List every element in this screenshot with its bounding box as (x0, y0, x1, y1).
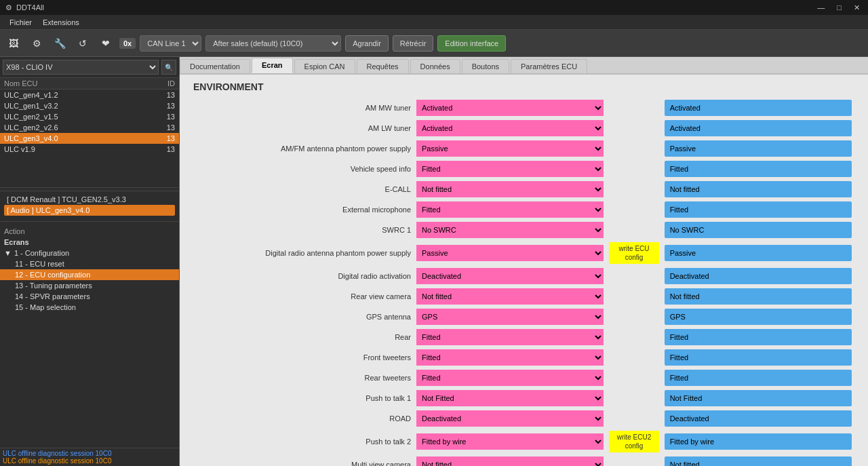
ecu-row[interactable]: ULC_gen4_v1.213 (0, 90, 179, 100)
tree-item[interactable]: 14 - SPVR parameters (0, 291, 179, 302)
pink-cell-container: Fitted (414, 347, 606, 368)
blue-cell-container: Not Fitted (662, 388, 854, 408)
tab-requêtes[interactable]: Requêtes (357, 59, 409, 73)
pink-dropdown[interactable]: Fitted (416, 329, 604, 345)
ecu-search-btn[interactable]: 🔍 (161, 60, 176, 75)
ecu-row[interactable]: ULC_gen2_v2.613 (0, 122, 179, 133)
blue-cell-container: Activated (662, 98, 854, 118)
row-label: Multi view camera (193, 454, 414, 466)
pink-dropdown[interactable]: Deactivated (416, 268, 604, 284)
close-btn[interactable]: ✕ (851, 3, 863, 12)
ecu-id: 13 (155, 102, 175, 110)
row-label: SWRC 1 (193, 220, 414, 240)
pink-dropdown[interactable]: Not fitted (416, 457, 604, 466)
ecu-row[interactable]: ULC v1.913 (0, 144, 179, 155)
write-ecu-btn[interactable]: write ECU2 config (609, 431, 658, 452)
pink-dropdown[interactable]: Deactivated (416, 410, 604, 427)
action-label: Action (0, 225, 179, 237)
blue-value: Not Fitted (665, 390, 852, 406)
table-row: Push to talk 1Not FittedNot Fitted (193, 388, 854, 408)
tree-item[interactable]: 11 - ECU reset (0, 258, 179, 269)
ecu-row[interactable]: ULC_gen1_v3.213 (0, 100, 179, 111)
yellow-cell-container (606, 327, 661, 347)
toolbar-icon-gear2[interactable]: 🔧 (50, 34, 69, 53)
pink-dropdown[interactable]: Fitted by wire (416, 433, 604, 450)
yellow-cell-container (606, 368, 661, 388)
yellow-cell-container (606, 408, 661, 429)
pink-dropdown[interactable]: Not fitted (416, 181, 604, 197)
retrecir-btn[interactable]: Rétrécir (393, 35, 434, 52)
after-sales-select[interactable]: After sales (default) (10C0) (205, 35, 341, 52)
write-ecu-btn[interactable]: write ECU config (609, 242, 658, 264)
session-item[interactable]: [ DCM Renault ] TCU_GEN2.5_v3.3 (4, 194, 175, 205)
yellow-cell-container (606, 454, 661, 466)
can-line-select[interactable]: CAN Line 1 (140, 35, 201, 52)
table-row: AM LW tunerActivatedActivated (193, 118, 854, 138)
ecu-row[interactable]: ULC_gen3_v4.013 (0, 133, 179, 144)
toolbar-icon-heart[interactable]: ❤ (96, 34, 115, 53)
row-label: AM LW tuner (193, 118, 414, 138)
yellow-cell-container[interactable]: write ECU config (606, 240, 661, 266)
blue-value: Fitted by wire (665, 433, 852, 450)
tab-boutons[interactable]: Boutons (462, 59, 509, 73)
blue-cell-container: Activated (662, 118, 854, 138)
sessions-area: [ DCM Renault ] TCU_GEN2.5_v3.3[ Audio ]… (0, 191, 179, 218)
pink-dropdown[interactable]: Fitted (416, 201, 604, 218)
table-row: AM/FM antenna phantom power supplyPassiv… (193, 138, 854, 159)
menu-fichier[interactable]: Fichier (4, 17, 37, 28)
yellow-cell-container[interactable]: write ECU2 config (606, 429, 661, 454)
ecu-id: 13 (155, 134, 175, 142)
menu-extensions[interactable]: Extensions (37, 17, 85, 28)
pink-dropdown[interactable]: No SWRC (416, 222, 604, 238)
pink-dropdown[interactable]: Fitted (416, 161, 604, 177)
blue-value: Fitted (665, 370, 852, 386)
tab-ecran[interactable]: Ecran (252, 58, 293, 73)
table-row: SWRC 1No SWRCNo SWRC (193, 220, 854, 240)
blue-cell-container: Not fitted (662, 286, 854, 307)
row-label: AM MW tuner (193, 98, 414, 118)
row-label: Digital radio antenna phantom power supp… (193, 240, 414, 266)
tree-item[interactable]: 12 - ECU configuration (0, 269, 179, 280)
blue-cell-container: Passive (662, 138, 854, 159)
ecu-name: ULC_gen1_v3.2 (4, 102, 155, 110)
yellow-cell-container (606, 159, 661, 179)
table-row: Multi view cameraNot fittedNot fitted (193, 454, 854, 466)
pink-dropdown[interactable]: Fitted (416, 349, 604, 366)
minimize-btn[interactable]: — (814, 3, 827, 12)
status-line-1: ULC offline diagnostic session 10C0 (3, 450, 176, 457)
row-label: E-CALL (193, 179, 414, 199)
environment-title: ENVIRONMENT (193, 81, 854, 92)
agrandir-btn[interactable]: Agrandir (345, 35, 389, 52)
pink-dropdown[interactable]: Activated (416, 120, 604, 136)
toolbar-icon-photo[interactable]: 🖼 (4, 34, 23, 53)
tree-item[interactable]: 15 - Map selection (0, 302, 179, 313)
blue-cell-container: Not fitted (662, 179, 854, 199)
toolbar-icon-settings[interactable]: ⚙ (27, 34, 46, 53)
tree-group[interactable]: ▼1 - Configuration (0, 248, 179, 258)
tab-données[interactable]: Données (410, 59, 460, 73)
pink-cell-container: Fitted (414, 159, 606, 179)
blue-cell-container: Passive (662, 240, 854, 266)
ecu-row[interactable]: ULC_gen2_v1.513 (0, 111, 179, 122)
tree-item[interactable]: 13 - Tuning parameters (0, 280, 179, 291)
pink-cell-container: Fitted (414, 199, 606, 220)
session-item[interactable]: [ Audio ] ULC_gen3_v4.0 (4, 205, 175, 216)
ecu-select[interactable]: X98 - CLIO IV (3, 60, 159, 75)
pink-dropdown[interactable]: Not Fitted (416, 390, 604, 406)
edition-interface-btn[interactable]: Edition interface (437, 35, 506, 52)
title-bar: ⚙ DDT4All — □ ✕ (0, 0, 868, 15)
tab-paramètres-ecu[interactable]: Paramètres ECU (511, 59, 587, 73)
table-row: RearFittedFitted (193, 327, 854, 347)
pink-dropdown[interactable]: Passive (416, 245, 604, 261)
pink-dropdown[interactable]: Fitted (416, 370, 604, 386)
pink-dropdown[interactable]: Passive (416, 140, 604, 157)
ecu-name: ULC_gen2_v1.5 (4, 113, 155, 121)
pink-dropdown[interactable]: GPS (416, 309, 604, 325)
maximize-btn[interactable]: □ (834, 3, 844, 12)
tab-documentation[interactable]: Documentation (180, 59, 250, 73)
tab-espion-can[interactable]: Espion CAN (294, 59, 355, 73)
pink-cell-container: Deactivated (414, 266, 606, 286)
toolbar-icon-refresh[interactable]: ↺ (73, 34, 92, 53)
pink-dropdown[interactable]: Activated (416, 100, 604, 116)
pink-dropdown[interactable]: Not fitted (416, 288, 604, 305)
